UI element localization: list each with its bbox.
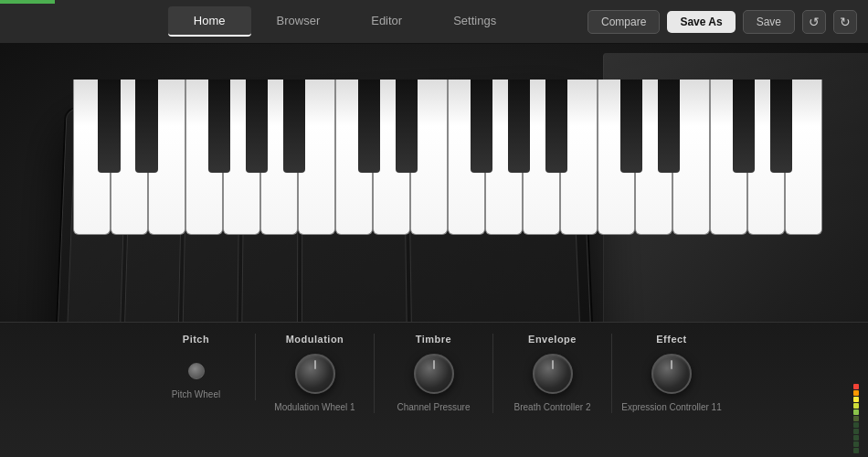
black-key-6[interactable] xyxy=(358,80,381,173)
envelope-sublabel: Breath Controller 2 xyxy=(514,401,591,413)
timbre-label: Timbre xyxy=(416,334,451,345)
redo-button[interactable]: ↻ xyxy=(833,10,857,34)
black-key-11[interactable] xyxy=(620,80,643,173)
vu-seg-10 xyxy=(853,390,859,396)
black-key-12[interactable] xyxy=(658,80,681,173)
pitch-label: Pitch xyxy=(183,334,209,345)
envelope-label: Envelope xyxy=(528,334,577,345)
tab-browser[interactable]: Browser xyxy=(251,6,346,37)
piano-keyboard xyxy=(73,80,822,235)
green-indicator xyxy=(0,0,55,4)
envelope-knob[interactable] xyxy=(533,354,573,394)
black-key-9[interactable] xyxy=(508,80,531,173)
black-key-14[interactable] xyxy=(770,80,793,173)
vu-seg-8 xyxy=(853,403,859,409)
undo-button[interactable]: ↺ xyxy=(802,10,826,34)
nav-actions: Compare Save As Save ↺ ↻ xyxy=(587,10,857,34)
vu-meter xyxy=(853,44,861,457)
black-key-10[interactable] xyxy=(545,80,568,173)
top-navigation: Home Browser Editor Settings Compare Sav… xyxy=(0,0,868,44)
vu-seg-3 xyxy=(853,435,859,441)
pitch-sublabel: Pitch Wheel xyxy=(172,388,220,400)
black-key-3[interactable] xyxy=(208,80,231,173)
effect-knob[interactable] xyxy=(651,354,692,394)
modulation-knob[interactable] xyxy=(295,354,335,394)
vu-seg-2 xyxy=(853,441,859,447)
vu-seg-11 xyxy=(853,384,859,389)
tab-settings[interactable]: Settings xyxy=(428,6,522,37)
compare-button[interactable]: Compare xyxy=(587,10,660,34)
modulation-label: Modulation xyxy=(286,334,344,345)
pitch-knob[interactable] xyxy=(188,363,205,379)
timbre-knob[interactable] xyxy=(414,354,454,394)
black-key-4[interactable] xyxy=(246,80,269,173)
control-group-modulation: Modulation Modulation Wheel 1 xyxy=(256,334,375,413)
control-group-envelope: Envelope Breath Controller 2 xyxy=(493,334,612,413)
control-group-pitch: Pitch Pitch Wheel xyxy=(137,334,256,400)
black-key-2[interactable] xyxy=(135,80,158,173)
control-group-effect: Effect Expression Controller 11 xyxy=(612,334,731,413)
vu-seg-9 xyxy=(853,397,859,402)
save-button[interactable]: Save xyxy=(743,10,795,34)
keyboard-area xyxy=(73,80,822,235)
vu-seg-1 xyxy=(853,448,859,453)
tab-home[interactable]: Home xyxy=(168,6,251,37)
effect-label: Effect xyxy=(656,334,687,345)
tab-editor[interactable]: Editor xyxy=(345,6,428,37)
control-group-timbre: Timbre Channel Pressure xyxy=(375,334,493,413)
vu-seg-4 xyxy=(853,429,859,434)
black-key-1[interactable] xyxy=(98,80,121,173)
modulation-sublabel: Modulation Wheel 1 xyxy=(274,401,355,413)
vu-seg-7 xyxy=(853,409,859,415)
timbre-sublabel: Channel Pressure xyxy=(397,401,470,413)
save-as-button[interactable]: Save As xyxy=(667,11,735,33)
vu-seg-5 xyxy=(853,422,859,428)
nav-tabs: Home Browser Editor Settings xyxy=(168,6,522,37)
synth-background: AAS Ultra Analog VA-3 Keyboard Oscillato… xyxy=(0,44,868,354)
black-key-13[interactable] xyxy=(733,80,756,173)
black-key-5[interactable] xyxy=(283,80,306,173)
main-area: AAS Ultra Analog VA-3 Keyboard Oscillato… xyxy=(0,44,868,457)
black-key-8[interactable] xyxy=(471,80,493,173)
bottom-controls-bar: Pitch Pitch Wheel Modulation Modulation … xyxy=(0,322,868,457)
vu-seg-6 xyxy=(853,416,859,421)
effect-sublabel: Expression Controller 11 xyxy=(621,401,722,413)
black-key-7[interactable] xyxy=(396,80,418,173)
